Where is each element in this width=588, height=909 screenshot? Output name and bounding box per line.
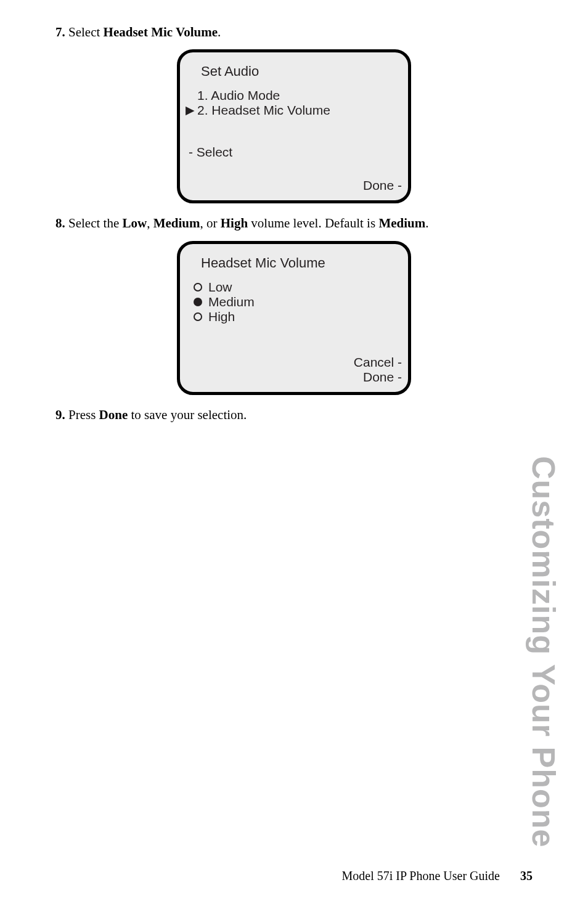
option-low-label: Low [208,280,232,295]
step-8-c1: , [147,216,153,230]
screen-2-wrap: Headset Mic Volume Low Medium High Cance… [55,241,533,395]
step-8-a: Select the [68,216,122,230]
step-9-a: Press [68,407,99,422]
page-footer: Model 57i IP Phone User Guide 35 [342,869,533,883]
select-label: - Select [189,145,232,160]
done-label: Done - [363,370,402,385]
option-high: High [194,309,235,324]
step-8-b1: Low [122,216,147,230]
step-8-b4: Medium [378,216,425,230]
screen-title: Set Audio [201,63,259,79]
step-8-b3: High [221,216,248,230]
step-7-bold: Headset Mic Volume [104,25,218,39]
step-8-b2: Medium [153,216,200,230]
step-9: 9. Press Done to save your selection. [55,406,533,423]
radio-unselected-icon [194,283,202,291]
step-9-b: Done [99,407,128,422]
step-7-text-before: Select [68,25,104,39]
page-number: 35 [520,869,533,883]
radio-selected-icon [194,298,202,306]
phone-screen-mic-volume: Headset Mic Volume Low Medium High Cance… [177,241,411,395]
section-side-title: Customizing Your Phone [525,456,562,847]
option-medium-label: Medium [208,295,255,309]
step-8-c4: . [425,216,428,230]
document-page: 7. Select Headset Mic Volume. Set Audio … [0,0,588,909]
option-low: Low [194,280,232,295]
done-label: Done - [363,178,402,193]
step-9-c: to save your selection. [128,407,247,422]
option-medium: Medium [194,295,255,309]
radio-unselected-icon [194,312,202,321]
step-7-text-after: . [218,25,221,39]
step-8-number: 8. [55,216,65,230]
step-9-number: 9. [55,407,65,422]
menu-item-headset-mic-volume: 2. Headset Mic Volume [197,103,330,118]
step-8: 8. Select the Low, Medium, or High volum… [55,214,533,232]
step-8-c2: , or [200,216,220,230]
cursor-icon: ▶ [186,103,195,117]
option-high-label: High [208,309,235,324]
step-8-c3: volume level. Default is [248,216,378,230]
step-7-number: 7. [55,25,65,39]
footer-text: Model 57i IP Phone User Guide [342,869,500,883]
step-7: 7. Select Headset Mic Volume. [55,23,533,41]
screen-1-wrap: Set Audio 1. Audio Mode ▶ 2. Headset Mic… [55,49,533,203]
screen-title: Headset Mic Volume [201,255,325,271]
menu-item-audio-mode: 1. Audio Mode [197,88,280,103]
phone-screen-set-audio: Set Audio 1. Audio Mode ▶ 2. Headset Mic… [177,49,411,203]
cancel-label: Cancel - [354,355,402,370]
